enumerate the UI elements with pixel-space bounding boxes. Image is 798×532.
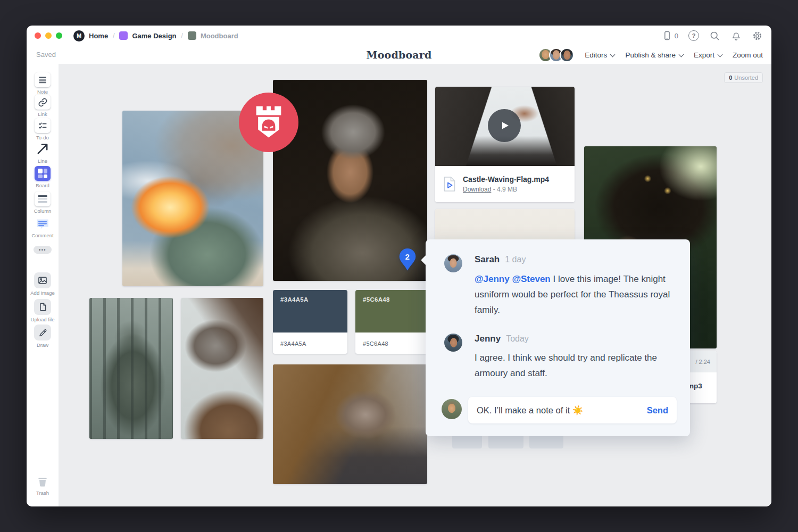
swatch-hex-label: #5C6A48 xyxy=(363,340,388,347)
maximize-window-button[interactable] xyxy=(56,32,62,39)
mention-links[interactable]: @Jenny @Steven xyxy=(475,274,551,284)
tool-label: Draw xyxy=(37,342,48,348)
breadcrumb-home[interactable]: Home xyxy=(89,32,108,40)
avatar-steven xyxy=(442,399,462,419)
comment-author: Sarah xyxy=(475,254,500,264)
breadcrumb-separator: / xyxy=(181,32,183,39)
mobile-device-icon xyxy=(662,30,672,41)
file-size: 4.9 MB xyxy=(497,186,517,193)
tool-label: Column xyxy=(34,208,52,214)
breadcrumb-moodboard[interactable]: Moodboard xyxy=(201,32,238,40)
zoom-out-label: Zoom out xyxy=(733,51,763,59)
chevron-down-icon xyxy=(610,52,616,57)
tool-todo[interactable]: To-do xyxy=(27,118,59,140)
traffic-lights xyxy=(35,32,62,39)
zoom-out-button[interactable]: Zoom out xyxy=(733,51,763,59)
dragon-head-carving-image xyxy=(181,298,263,439)
board-color-swatch-green xyxy=(188,31,196,40)
editors-menu-button[interactable]: Editors xyxy=(585,51,614,59)
column-icon xyxy=(38,195,47,203)
tool-add-image[interactable]: Add image xyxy=(27,272,59,296)
tool-sidebar: Note Link To-do Line Board Column Commen… xyxy=(27,64,59,506)
breadcrumb-separator: / xyxy=(113,32,114,39)
play-icon xyxy=(498,119,511,132)
tool-board-selected[interactable]: Board xyxy=(27,166,59,188)
draw-pencil-icon xyxy=(38,328,48,338)
meta-separator: - xyxy=(493,186,495,193)
game-crest-logo[interactable] xyxy=(239,93,298,152)
comment-input[interactable]: OK. I’ll make a note of it ☀️ Send xyxy=(468,397,677,423)
tool-label: Trash xyxy=(36,490,49,496)
board-icon xyxy=(38,169,47,178)
settings-button[interactable] xyxy=(752,30,763,41)
video-file-footer: Castle-Waving-Flag.mp4 Download - 4.9 MB xyxy=(435,166,575,202)
search-icon xyxy=(709,30,720,41)
comment-header: Sarah1 day xyxy=(475,254,526,265)
comment-header: JennyToday xyxy=(475,334,529,344)
mobile-device-button[interactable]: 0 xyxy=(662,30,678,41)
unsorted-badge[interactable]: 0 Unsorted xyxy=(724,72,763,83)
publish-share-menu-button[interactable]: Publish & share xyxy=(625,51,683,59)
color-swatch-card-1[interactable]: #3A4A5A #3A4A5A xyxy=(273,290,347,354)
notifications-button[interactable] xyxy=(730,30,742,41)
swatch-hex-overlay: #5C6A48 xyxy=(363,296,390,303)
color-swatch-card-2[interactable]: #5C6A48 #5C6A48 xyxy=(355,290,430,354)
download-link[interactable]: Download xyxy=(463,186,491,193)
board-canvas[interactable]: 0 Unsorted Castle-Waving-Flag.mp4 xyxy=(59,64,771,506)
send-button[interactable]: Send xyxy=(647,405,668,415)
tool-line[interactable]: Line xyxy=(27,142,59,164)
export-menu-button[interactable]: Export xyxy=(694,51,722,59)
video-file-icon xyxy=(443,176,456,192)
tool-note[interactable]: Note xyxy=(27,72,59,95)
breadcrumb-game-design[interactable]: Game Design xyxy=(132,32,176,40)
chevron-down-icon xyxy=(678,52,684,57)
export-label: Export xyxy=(694,51,714,59)
unsorted-label: Unsorted xyxy=(734,74,758,81)
image-card-viking-helmet[interactable] xyxy=(273,364,427,484)
tool-link[interactable]: Link xyxy=(27,95,59,117)
tool-draw[interactable]: Draw xyxy=(27,325,59,348)
close-window-button[interactable] xyxy=(35,32,41,39)
link-icon xyxy=(38,97,48,107)
app-window: M Home / Game Design / Moodboard 0 ? xyxy=(27,26,771,506)
image-card-knight-statue[interactable] xyxy=(89,298,173,439)
tool-comment[interactable]: Comment xyxy=(27,217,59,238)
comment-input-value: OK. I’ll make a note of it ☀️ xyxy=(477,405,642,415)
chevron-down-icon xyxy=(718,52,723,57)
tool-label: Board xyxy=(36,182,49,188)
device-count: 0 xyxy=(675,32,678,40)
help-button[interactable]: ? xyxy=(688,30,699,41)
comment-message: @Jenny @Steven I love this image! The kn… xyxy=(475,271,670,318)
upload-file-icon xyxy=(38,302,48,312)
comment-thread-panel: Sarah1 day @Jenny @Steven I love this im… xyxy=(426,239,690,436)
editor-avatars[interactable] xyxy=(538,48,574,62)
board-header: Saved Moodboard Editors Publish & share … xyxy=(27,46,771,64)
add-image-icon xyxy=(37,275,48,286)
video-card[interactable]: Castle-Waving-Flag.mp4 Download - 4.9 MB xyxy=(435,87,575,202)
tool-label: Link xyxy=(38,111,47,117)
note-icon xyxy=(37,74,48,85)
minimize-window-button[interactable] xyxy=(45,32,52,39)
color-block: #5C6A48 xyxy=(355,290,430,332)
tool-label: Line xyxy=(38,158,47,164)
trash-button[interactable]: Trash xyxy=(27,475,59,496)
comment-text: I agree. I think we should try and repli… xyxy=(475,353,657,378)
arrow-line-icon xyxy=(35,142,50,156)
milanote-logo-icon[interactable]: M xyxy=(73,30,85,41)
unsorted-count: 0 xyxy=(729,74,732,81)
comment-icon xyxy=(35,217,50,231)
tool-column[interactable]: Column xyxy=(27,192,59,214)
top-bar: M Home / Game Design / Moodboard 0 ? xyxy=(27,26,771,46)
comment-pin[interactable]: 2 xyxy=(398,248,417,271)
swatch-hex-label: #3A4A5A xyxy=(280,340,306,347)
tool-label: Note xyxy=(37,89,48,95)
knight-statue-image xyxy=(89,298,173,439)
image-card-dragon-head[interactable] xyxy=(181,298,263,439)
play-button[interactable] xyxy=(488,109,521,142)
tool-upload-file[interactable]: Upload file xyxy=(27,299,59,322)
more-tools-button[interactable]: ••• xyxy=(27,246,59,254)
tool-label: Add image xyxy=(30,290,54,296)
search-button[interactable] xyxy=(709,30,720,41)
audio-duration: / 2:24 xyxy=(695,359,710,365)
tool-label: Upload file xyxy=(31,317,55,322)
